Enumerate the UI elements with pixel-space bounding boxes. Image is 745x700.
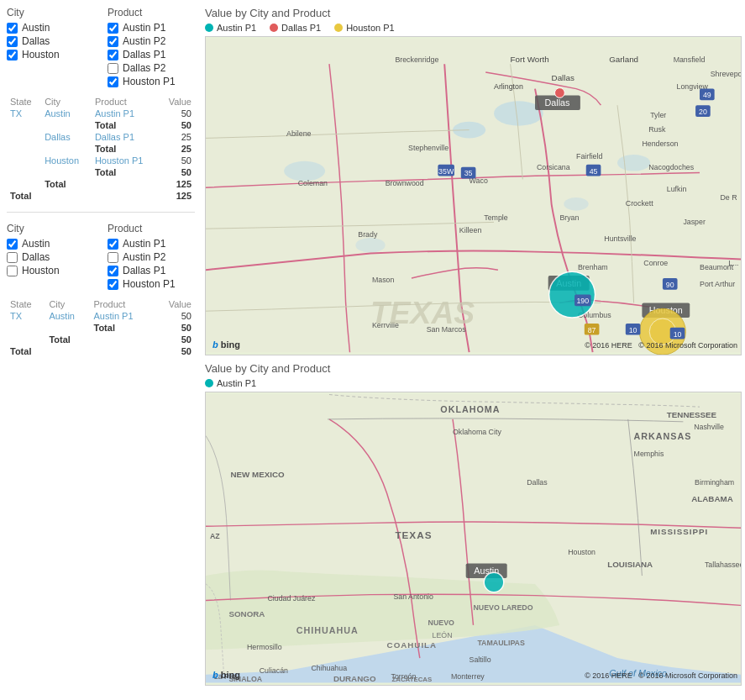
top-row-6-city xyxy=(41,166,92,178)
bottom-city-houston[interactable]: Houston xyxy=(7,265,94,276)
top-table-state-header: State xyxy=(7,96,41,108)
bottom-product-austin-p2[interactable]: Austin P2 xyxy=(108,251,195,263)
bottom-city-houston-checkbox[interactable] xyxy=(7,266,18,276)
svg-text:Lufkin: Lufkin xyxy=(667,185,687,193)
svg-point-12 xyxy=(555,88,565,98)
svg-point-6 xyxy=(355,238,385,253)
svg-text:L...: L... xyxy=(728,259,738,267)
top-product-austin-p1[interactable]: Austin P1 xyxy=(108,22,195,34)
top-product-austin-p1-checkbox[interactable] xyxy=(108,23,118,34)
top-city-austin[interactable]: Austin xyxy=(7,22,94,34)
top-product-houston-p1-checkbox[interactable] xyxy=(108,76,118,87)
top-row-2-state xyxy=(7,119,41,131)
svg-text:20: 20 xyxy=(699,108,707,116)
svg-text:CHIHUAHUA: CHIHUAHUA xyxy=(296,625,359,635)
svg-text:LEÓN: LEÓN xyxy=(433,631,453,639)
top-city-houston-checkbox[interactable] xyxy=(7,50,18,61)
bottom-city-austin-checkbox[interactable] xyxy=(7,239,18,250)
svg-text:Garland: Garland xyxy=(609,55,638,64)
svg-text:Brady: Brady xyxy=(358,230,378,239)
svg-text:Fort Worth: Fort Worth xyxy=(511,55,549,64)
bottom-city-dallas[interactable]: Dallas xyxy=(7,251,94,263)
top-row-4-state xyxy=(7,143,41,155)
bottom-city-dallas-checkbox[interactable] xyxy=(7,252,18,263)
bottom-product-austin-p2-checkbox[interactable] xyxy=(108,252,118,263)
table-row: Total 50 xyxy=(7,334,195,345)
bottom-row-3-product xyxy=(90,334,154,345)
svg-text:TENNESSEE: TENNESSEE xyxy=(667,410,717,419)
bottom-row-2-product: Total xyxy=(90,322,154,334)
svg-text:10: 10 xyxy=(629,326,637,334)
bottom-product-austin-p1[interactable]: Austin P1 xyxy=(108,238,195,250)
top-legend-dallas: Dallas P1 xyxy=(270,23,321,33)
bottom-product-dallas-p1-checkbox[interactable] xyxy=(108,266,118,276)
bottom-filter-section: City Austin Dallas Houston Product xyxy=(7,223,195,292)
top-city-houston[interactable]: Houston xyxy=(7,49,94,61)
svg-text:10: 10 xyxy=(674,330,682,339)
top-row-3-city: Dallas xyxy=(41,131,92,143)
bottom-map-legend: Austin P1 xyxy=(205,378,742,388)
bottom-product-houston-p1[interactable]: Houston P1 xyxy=(108,278,195,290)
svg-text:OKLAHOMA: OKLAHOMA xyxy=(440,404,500,414)
svg-text:Breckenridge: Breckenridge xyxy=(395,55,438,64)
bottom-product-houston-p1-checkbox[interactable] xyxy=(108,279,118,290)
top-table-product-header: Product xyxy=(92,96,159,108)
top-legend-dallas-label: Dallas P1 xyxy=(281,23,321,33)
top-product-filter-title: Product xyxy=(108,7,195,18)
svg-text:Memphis: Memphis xyxy=(634,450,664,458)
svg-text:Houston: Houston xyxy=(568,548,595,556)
top-map-bing-logo: b bing xyxy=(212,339,240,350)
top-row-7-product xyxy=(92,178,159,190)
top-row-5-state xyxy=(7,155,41,166)
bottom-product-dallas-p1[interactable]: Dallas P1 xyxy=(108,265,195,276)
svg-text:35: 35 xyxy=(464,169,473,177)
bottom-row-3-value: 50 xyxy=(154,334,195,345)
top-product-dallas-p1-checkbox[interactable] xyxy=(108,50,118,61)
bottom-city-austin[interactable]: Austin xyxy=(7,238,94,250)
top-product-dallas-p2[interactable]: Dallas P2 xyxy=(108,62,195,74)
top-row-8-city xyxy=(41,190,92,202)
svg-text:Jasper: Jasper xyxy=(683,218,706,226)
top-product-dallas-p1[interactable]: Dallas P1 xyxy=(108,49,195,61)
top-table-city-header: City xyxy=(41,96,92,108)
bottom-map-section: Value by City and Product Austin P1 Gulf… xyxy=(205,362,742,686)
svg-text:Temple: Temple xyxy=(484,213,508,222)
svg-text:DURANGO: DURANGO xyxy=(333,674,376,683)
bottom-map-copyright: © 2016 HERE © 2016 Microsoft Corporation xyxy=(585,671,737,680)
svg-text:Brenham: Brenham xyxy=(578,263,608,271)
svg-text:SONORA: SONORA xyxy=(228,609,265,618)
svg-point-114 xyxy=(484,572,504,592)
top-product-austin-p2-checkbox[interactable] xyxy=(108,36,118,47)
top-product-austin-p2[interactable]: Austin P2 xyxy=(108,35,195,47)
bottom-product-filter-group: Product Austin P1 Austin P2 Dallas P1 Ho… xyxy=(108,223,195,292)
top-legend-houston-dot xyxy=(334,24,343,32)
top-product-dallas-p2-checkbox[interactable] xyxy=(108,63,118,74)
svg-text:Corsicana: Corsicana xyxy=(537,163,570,171)
top-row-1-state: TX xyxy=(7,108,41,119)
top-row-3-value: 25 xyxy=(159,131,195,143)
top-product-houston-p1[interactable]: Houston P1 xyxy=(108,76,195,87)
svg-text:NUEVO: NUEVO xyxy=(428,618,454,627)
svg-text:Dallas: Dallas xyxy=(544,97,569,108)
bottom-row-4-value: 50 xyxy=(154,345,195,357)
top-city-dallas-checkbox[interactable] xyxy=(7,36,18,47)
top-map-title: Value by City and Product xyxy=(205,7,742,19)
svg-text:190: 190 xyxy=(576,297,589,305)
svg-text:Shreveport: Shreveport xyxy=(711,70,741,78)
top-map-section: Value by City and Product Austin P1 Dall… xyxy=(205,7,742,355)
svg-text:Birmingham: Birmingham xyxy=(695,478,734,487)
bottom-product-austin-p1-checkbox[interactable] xyxy=(108,239,118,250)
svg-text:San Antonio: San Antonio xyxy=(393,592,433,601)
bottom-row-4-product xyxy=(90,345,154,357)
svg-text:Conroe: Conroe xyxy=(643,259,668,267)
svg-text:Brownwood: Brownwood xyxy=(386,179,424,187)
top-city-filter-group: City Austin Dallas Houston xyxy=(7,7,94,89)
top-city-austin-checkbox[interactable] xyxy=(7,23,18,34)
svg-text:Henderson: Henderson xyxy=(642,139,678,148)
bottom-row-2-state xyxy=(7,322,45,334)
bottom-map-svg: Gulf of Mexico xyxy=(206,392,741,685)
bottom-city-austin-label: Austin xyxy=(22,238,50,250)
top-city-dallas[interactable]: Dallas xyxy=(7,35,94,47)
top-city-filter-title: City xyxy=(7,7,94,18)
top-row-2-city xyxy=(41,119,92,131)
